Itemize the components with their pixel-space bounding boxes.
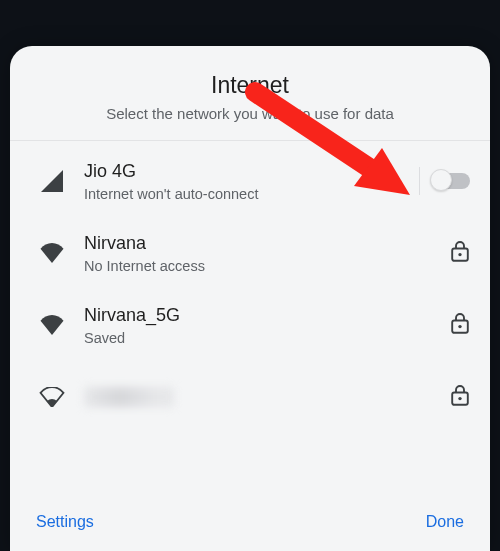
settings-button[interactable]: Settings: [36, 513, 94, 531]
lock-icon: [450, 312, 470, 338]
network-row-nirvana-5g[interactable]: Nirvana_5G Saved: [10, 289, 490, 361]
network-row-redacted[interactable]: [10, 361, 490, 433]
divider-vertical: [419, 167, 420, 195]
sheet-header: Internet Select the network you want to …: [10, 46, 490, 140]
page-subtitle: Select the network you want to use for d…: [34, 105, 466, 122]
network-name: Jio 4G: [84, 160, 419, 183]
network-name: Nirvana: [84, 232, 450, 255]
network-status: Saved: [84, 330, 450, 346]
wifi-full-icon: [28, 243, 76, 263]
network-list: Jio 4G Internet won't auto-connect Nirva…: [10, 141, 490, 497]
network-row-jio-4g[interactable]: Jio 4G Internet won't auto-connect: [10, 145, 490, 217]
lock-icon: [450, 240, 470, 266]
network-status: Internet won't auto-connect: [84, 186, 419, 202]
sheet-footer: Settings Done: [10, 497, 490, 551]
network-name-redacted: [84, 387, 174, 407]
wifi-full-icon: [28, 315, 76, 335]
network-row-nirvana[interactable]: Nirvana No Internet access: [10, 217, 490, 289]
svg-point-3: [458, 325, 461, 328]
svg-point-5: [458, 397, 461, 400]
page-title: Internet: [34, 72, 466, 99]
svg-point-1: [458, 253, 461, 256]
network-status: No Internet access: [84, 258, 450, 274]
internet-sheet: Internet Select the network you want to …: [10, 46, 490, 551]
mobile-data-toggle[interactable]: [432, 173, 470, 189]
signal-cellular-icon: [28, 170, 76, 192]
wifi-weak-icon: [28, 387, 76, 407]
network-name: Nirvana_5G: [84, 304, 450, 327]
lock-icon: [450, 384, 470, 410]
done-button[interactable]: Done: [426, 513, 464, 531]
